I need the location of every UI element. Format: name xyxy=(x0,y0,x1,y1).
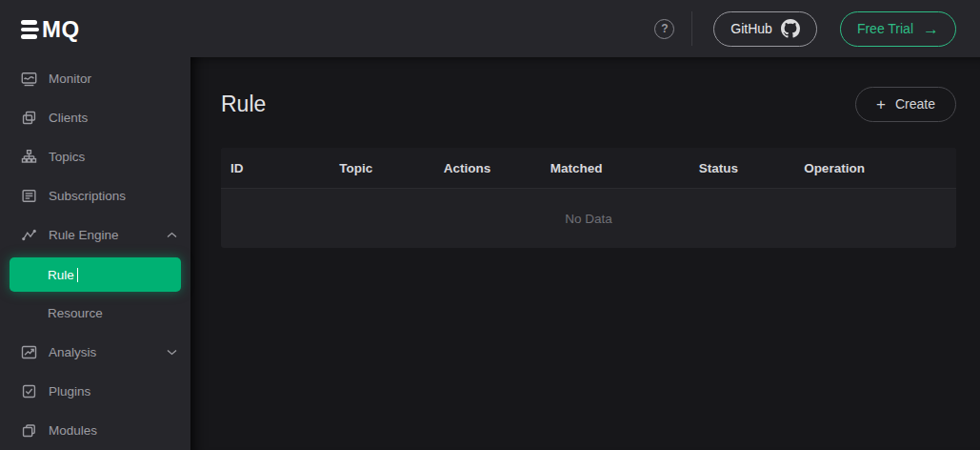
arrow-right-icon: → xyxy=(923,21,939,37)
sidebar-item-label: Rule xyxy=(48,268,74,282)
free-trial-label: Free Trial xyxy=(857,21,913,36)
sidebar-item-label: Modules xyxy=(49,423,97,438)
create-button-label: Create xyxy=(895,96,935,112)
sidebar-item-label: Analysis xyxy=(49,345,96,359)
help-icon[interactable]: ? xyxy=(654,19,674,39)
help-question-mark: ? xyxy=(661,22,668,35)
topics-icon xyxy=(21,149,37,165)
table-empty-state: No Data xyxy=(221,188,956,248)
page-header: Rule + Create xyxy=(221,86,956,122)
sidebar-item-modules[interactable]: Modules xyxy=(0,411,190,450)
column-header-actions: Actions xyxy=(434,161,541,175)
sidebar-item-label: Rule Engine xyxy=(49,228,119,242)
column-header-id: ID xyxy=(221,161,330,175)
sidebar: MQ Monitor xyxy=(0,0,190,450)
column-header-operation: Operation xyxy=(794,161,956,175)
no-data-text: No Data xyxy=(565,212,612,226)
sidebar-item-topics[interactable]: Topics xyxy=(0,137,190,176)
plus-icon: + xyxy=(876,96,886,112)
emqx-dashboard: MQ Monitor xyxy=(0,0,980,450)
github-button[interactable]: GitHub xyxy=(713,11,817,47)
column-header-status: Status xyxy=(690,161,794,175)
sidebar-item-plugins[interactable]: Plugins xyxy=(0,372,190,411)
sidebar-nav: Monitor Clients xyxy=(0,59,190,450)
sidebar-item-label: Plugins xyxy=(49,384,90,399)
page-content: Rule + Create ID Topic Actions Matched S… xyxy=(190,57,980,450)
sidebar-item-clients[interactable]: Clients xyxy=(0,98,190,137)
github-octocat-icon xyxy=(781,19,800,38)
clients-icon xyxy=(21,110,37,126)
sidebar-item-rule[interactable]: Rule xyxy=(10,257,181,292)
sidebar-item-label: Monitor xyxy=(49,72,91,86)
subscriptions-icon xyxy=(21,188,37,204)
plugins-icon xyxy=(21,383,37,399)
create-button[interactable]: + Create xyxy=(855,87,956,122)
topbar-divider xyxy=(691,11,692,46)
free-trial-button[interactable]: Free Trial → xyxy=(840,11,956,47)
sidebar-item-label: Resource xyxy=(48,306,103,320)
chevron-down-icon xyxy=(167,349,177,356)
column-header-topic: Topic xyxy=(330,161,434,175)
topbar: ? GitHub Free Trial → xyxy=(190,0,980,57)
sidebar-item-monitor[interactable]: Monitor xyxy=(0,59,190,98)
analysis-icon xyxy=(21,344,37,360)
emq-logo-e-icon xyxy=(21,20,39,39)
sidebar-item-label: Clients xyxy=(49,111,88,125)
sidebar-item-analysis[interactable]: Analysis xyxy=(0,333,190,372)
monitor-icon xyxy=(21,71,37,87)
column-header-matched: Matched xyxy=(541,161,690,175)
github-button-label: GitHub xyxy=(730,21,772,36)
page-title: Rule xyxy=(221,92,266,117)
sidebar-item-rule-engine[interactable]: Rule Engine xyxy=(0,215,190,255)
rule-engine-icon xyxy=(21,227,37,243)
sidebar-item-subscriptions[interactable]: Subscriptions xyxy=(0,176,190,215)
text-cursor xyxy=(77,268,79,282)
emq-logo[interactable]: MQ xyxy=(0,0,190,59)
modules-icon xyxy=(21,422,37,439)
sidebar-item-label: Topics xyxy=(49,150,85,164)
emq-logo-text: MQ xyxy=(42,18,80,41)
table-header-row: ID Topic Actions Matched Status Operatio… xyxy=(221,148,956,188)
sidebar-item-label: Subscriptions xyxy=(49,189,126,203)
sidebar-item-resource[interactable]: Resource xyxy=(0,294,190,333)
rules-table: ID Topic Actions Matched Status Operatio… xyxy=(221,148,956,248)
main-area: ? GitHub Free Trial → Rule + xyxy=(190,0,980,450)
chevron-up-icon xyxy=(167,232,177,238)
